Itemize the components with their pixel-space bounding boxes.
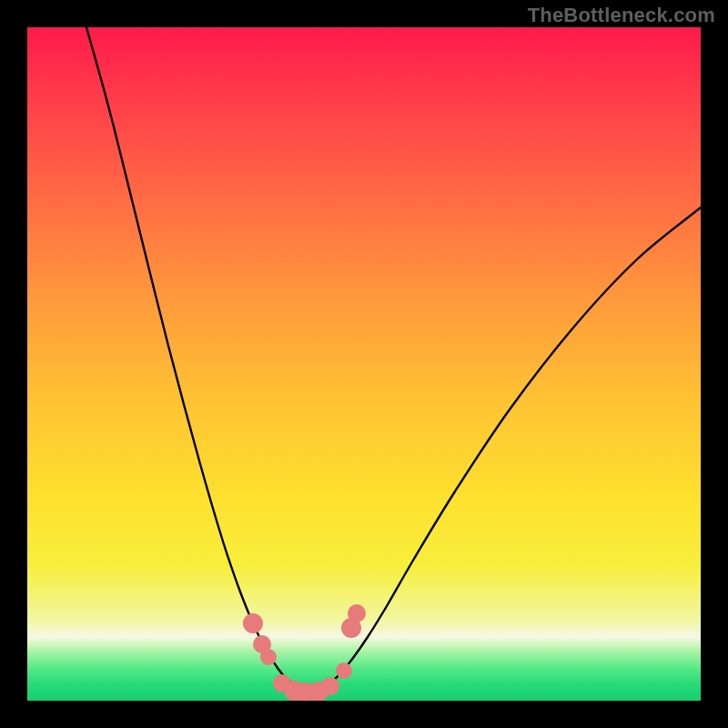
watermark-text: TheBottleneck.com bbox=[528, 4, 715, 27]
curve-layer bbox=[27, 27, 701, 701]
right-curve bbox=[311, 207, 701, 692]
trough-marker bbox=[336, 662, 352, 679]
trough-markers bbox=[243, 604, 366, 701]
trough-marker bbox=[348, 604, 366, 622]
trough-marker bbox=[260, 649, 277, 665]
left-curve bbox=[86, 27, 311, 692]
trough-marker bbox=[243, 613, 263, 633]
plot-area bbox=[27, 27, 701, 701]
chart-frame: TheBottleneck.com bbox=[0, 0, 728, 728]
trough-marker bbox=[321, 677, 339, 695]
